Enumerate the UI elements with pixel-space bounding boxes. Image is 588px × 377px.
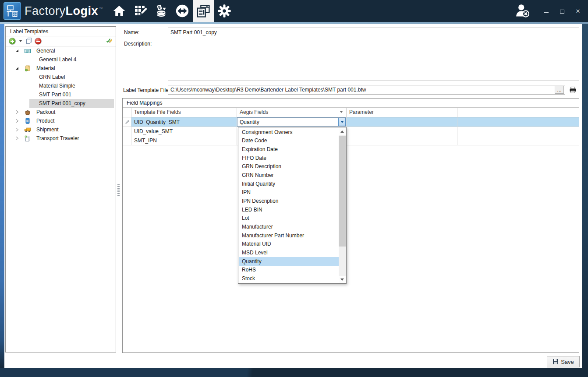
dropdown-item[interactable]: Lot [239, 214, 339, 223]
dropdown-item[interactable]: Manufacturer Part Number [239, 231, 339, 240]
description-input[interactable] [168, 40, 579, 81]
field-mappings-group: Field Mappings Template File Fields Aegi… [122, 98, 579, 353]
dropdown-item-selected[interactable]: Quantity [239, 257, 339, 266]
edit-check-button[interactable] [105, 37, 112, 46]
window-left-border [0, 24, 4, 368]
tree-item-smt-part-001-copy[interactable]: SMT Part 001_copy [6, 99, 116, 108]
close-button[interactable]: ✕ [574, 7, 582, 15]
dropdown-item[interactable]: LED BIN [239, 205, 339, 214]
add-template-button[interactable] [9, 38, 16, 45]
file-path-input[interactable] [168, 85, 565, 95]
dropdown-item[interactable]: Date Code [239, 137, 339, 145]
mapping-row[interactable]: UID_value_SMT [123, 127, 579, 136]
cell-parameter[interactable] [347, 127, 457, 136]
minimize-button[interactable] [542, 7, 550, 15]
row-indicator [123, 127, 131, 136]
arrow-up-icon [340, 130, 344, 133]
tree-item-packout[interactable]: Packout [6, 108, 116, 116]
maximize-button[interactable] [558, 7, 566, 15]
dropdown-item[interactable]: GRN Number [239, 171, 339, 180]
tree-item-material[interactable]: Material [6, 64, 116, 73]
mapping-row[interactable]: SMT_IPN [123, 136, 579, 145]
filter-caret-icon[interactable] [340, 111, 343, 113]
column-header-template-file-fields[interactable]: Template File Fields [131, 108, 237, 117]
row-edit-indicator [123, 117, 131, 127]
field-mappings-title: Field Mappings [123, 99, 579, 108]
brand-factory: Factory [25, 4, 66, 18]
row-indicator-header [123, 108, 131, 117]
tree-item-shipment[interactable]: Shipment [6, 125, 116, 134]
logout-user-button[interactable] [514, 3, 530, 20]
chevron-down-icon [341, 121, 344, 123]
cell-parameter[interactable] [347, 136, 457, 145]
expander-expanded-icon[interactable] [14, 49, 20, 53]
dropdown-item[interactable]: IPN [239, 188, 339, 197]
add-menu-caret-icon[interactable] [19, 40, 22, 42]
tree-label: Product [36, 118, 54, 124]
tree-item-grn-label[interactable]: GRN Label [6, 73, 116, 81]
scrollbar-thumb[interactable] [339, 136, 346, 247]
browse-button[interactable]: … [555, 86, 564, 94]
panel-splitter[interactable] [117, 184, 120, 197]
nav-production-button[interactable] [130, 0, 151, 22]
label-templates-panel: Label Templates [5, 26, 116, 352]
dropdown-item[interactable]: GRN Description [239, 162, 339, 171]
dropdown-item[interactable]: Consignment Owners [239, 128, 339, 137]
file-label: Label Template File: [123, 87, 170, 93]
dropdown-scrollbar[interactable] [339, 128, 346, 283]
cell-template-field[interactable]: UID_value_SMT [131, 127, 237, 136]
floppy-disk-icon [553, 359, 559, 365]
tree-label: GRN Label [39, 74, 65, 80]
dropdown-item[interactable]: Manufacturer [239, 222, 339, 231]
pencil-icon [124, 120, 130, 125]
settings-gear-icon [217, 4, 232, 18]
expander-collapsed-icon[interactable] [14, 119, 20, 123]
dropdown-item[interactable]: FIFO Date [239, 154, 339, 162]
name-input[interactable] [168, 28, 579, 37]
tree-label: SMT Part 001 [39, 92, 71, 98]
cell-filler [457, 127, 579, 136]
cell-template-field[interactable]: UID_Quantity_SMT [131, 117, 237, 127]
transfer-icon [175, 4, 190, 18]
dropdown-item[interactable]: Material UID [239, 240, 339, 249]
dropdown-item[interactable]: RoHS [239, 266, 339, 275]
cell-parameter[interactable] [347, 117, 457, 127]
cell-filler [457, 117, 579, 127]
tree-item-general[interactable]: General [6, 46, 116, 55]
cell-template-field[interactable]: SMT_IPN [131, 136, 237, 145]
combobox-dropdown-button[interactable] [338, 118, 346, 126]
cell-filler [457, 136, 579, 145]
scroll-down-button[interactable] [339, 276, 346, 283]
tree-label: Material Simple [39, 83, 75, 89]
scroll-up-button[interactable] [339, 128, 346, 135]
column-header-aegis-fields[interactable]: Aegis Fields [237, 108, 347, 117]
expander-expanded-icon[interactable] [14, 66, 20, 70]
delete-template-button[interactable] [35, 38, 42, 45]
nav-home-button[interactable] [109, 0, 130, 22]
aegis-field-combobox[interactable]: Quantity [237, 117, 347, 127]
expander-collapsed-icon[interactable] [14, 127, 20, 132]
dropdown-item[interactable]: Expiration Date [239, 145, 339, 154]
tree-item-material-simple[interactable]: Material Simple [6, 81, 116, 90]
tree-item-product[interactable]: Product [6, 116, 116, 125]
expander-collapsed-icon[interactable] [14, 110, 20, 114]
dropdown-item[interactable]: IPN Description [239, 197, 339, 205]
column-header-parameter[interactable]: Parameter [347, 108, 457, 117]
tree-item-transport-traveler[interactable]: Transport Traveler [6, 134, 116, 143]
expander-collapsed-icon[interactable] [14, 136, 20, 141]
copy-template-button[interactable] [25, 37, 32, 46]
dropdown-item[interactable]: Initial Quantity [239, 180, 339, 188]
tree-label: Packout [36, 109, 55, 115]
mapping-row[interactable]: UID_Quantity_SMT Quantity [123, 117, 579, 127]
nav-settings-button[interactable] [214, 0, 235, 22]
tree-item-general-label-4[interactable]: General Label 4 [6, 55, 116, 64]
description-label: Description: [124, 41, 152, 47]
dropdown-item[interactable]: MSD Level [239, 248, 339, 257]
nav-label-templates-button[interactable] [193, 0, 214, 22]
nav-transfer-button[interactable] [172, 0, 193, 22]
save-button[interactable]: Save [547, 356, 580, 367]
nav-material-button[interactable] [151, 0, 172, 22]
print-button[interactable] [568, 85, 577, 94]
dropdown-item[interactable]: Stock [239, 274, 339, 283]
tree-item-smt-part-001[interactable]: SMT Part 001 [6, 90, 116, 99]
